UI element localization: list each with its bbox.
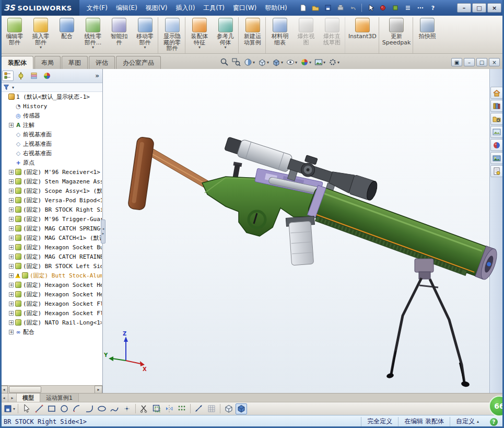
ribbon-button[interactable]: 插入零 部件 ▾ [28,17,54,53]
design-library-icon[interactable] [490,100,503,112]
tree-item[interactable]: + (固定) MAG CATCH<1> (默认 [0,233,102,242]
study-tab[interactable]: 运动算例1 [40,394,79,402]
expander-icon[interactable]: + [9,320,14,325]
ribbon-button[interactable]: 智能扣 件 ▾ [106,17,132,53]
ribbon-button[interactable]: 配合 ▾ [54,17,80,53]
tree-item[interactable]: + 配合 [0,327,102,337]
spline-icon[interactable] [109,403,120,414]
new-document-icon[interactable] [298,3,308,13]
expander-icon[interactable]: + [9,311,14,316]
expander-icon[interactable]: + [9,302,14,306]
doc-minimize-button[interactable]: – [464,58,475,66]
expander-icon[interactable]: + [9,198,14,203]
command-tab[interactable]: 办公室产品 [116,56,161,69]
section-view-icon[interactable]: ▾ [243,57,255,67]
filter-dropdown-icon[interactable]: ▾ [12,85,14,90]
resources-icon[interactable] [490,87,503,99]
smart-dimension-icon[interactable] [193,403,205,414]
expander-icon[interactable]: + [9,170,14,175]
expander-icon[interactable]: + [9,283,14,287]
ellipse-icon[interactable] [96,403,108,414]
tree-item[interactable]: + (固定) NATO Rail-Long<1> [0,318,102,327]
line-icon[interactable] [33,403,45,414]
tree-root-row[interactable]: + 1 (默认<默认_显示状态-1> [0,92,102,101]
menu-item[interactable]: 窗口(W) [229,0,261,16]
ribbon-button[interactable]: 更新 Speedpak ▾ [380,17,414,53]
shaded-view-icon[interactable] [236,403,247,414]
record-icon[interactable] [378,3,388,13]
ribbon-button[interactable]: 爆炸视 图 ▾ [293,17,319,53]
arc-icon[interactable] [71,403,83,414]
tree-item[interactable]: + (固定) M'96 Receiver<1> ( [0,167,102,177]
customize-menu[interactable]: 自定义 ▴ [450,417,485,426]
print-icon[interactable] [335,3,346,13]
command-tab[interactable]: 布局 [34,56,61,69]
expander-icon[interactable]: + [9,207,14,212]
ribbon-button[interactable]: 新建运 动算例 ▾ [240,17,266,53]
zoom-fit-icon[interactable] [219,57,229,67]
expander-icon[interactable]: + [9,179,14,184]
expander-icon[interactable]: + [9,264,14,269]
tree-item[interactable]: + (固定) Butt Stock-Alumi [0,271,102,280]
file-explorer-icon[interactable] [490,113,503,125]
expander-icon[interactable]: + [9,189,14,193]
tree-item[interactable]: + (固定) Hexagon Socket Fla [0,308,102,318]
command-tab[interactable]: 评估 [89,56,115,69]
tree-item[interactable]: + (固定) Hexagon Socket But [0,242,102,252]
study-tab[interactable]: 模型 [17,394,40,402]
expander-icon[interactable]: + [9,226,14,231]
tree-item[interactable]: + 注解 [0,120,102,130]
tree-item[interactable]: + (固定) Sten Magazene Assy [0,177,102,186]
tree-item[interactable]: + (固定) BR STOCK Left Side [0,261,102,271]
maximize-button[interactable]: □ [472,3,486,13]
doc-close-button[interactable]: × [489,58,500,66]
circle-icon[interactable] [58,403,70,414]
doc-maximize-button[interactable]: □ [476,58,487,66]
dropdown-arrow-icon[interactable]: ▾ [13,407,15,411]
component-icon[interactable] [390,3,401,13]
tree-item[interactable]: + (固定) MAG CATCH SPRING<1 [0,224,102,233]
hide-show-items-icon[interactable]: ▾ [286,57,297,67]
ribbon-button[interactable]: 装配体 特征 ▾ [186,17,213,53]
tangent-arc-icon[interactable] [84,403,95,414]
command-tab[interactable]: 草图 [62,56,88,69]
scenes-icon[interactable] [490,152,503,164]
tree-item[interactable]: + (固定) MAG CATCH RETAINER [0,252,102,261]
ribbon-button[interactable]: 移动零 部件 ▾ [132,17,158,53]
ribbon-button[interactable]: Instant3D ▾ [346,17,379,53]
configuration-manager-icon[interactable] [28,71,40,81]
help-status-icon[interactable]: ? [490,418,498,426]
mirror-icon[interactable] [163,403,175,414]
minimize-button[interactable]: – [457,3,471,13]
ribbon-button[interactable]: 材料明 细表 ▾ [267,17,293,53]
tree-item[interactable]: + (固定) M'96 Trigger-Guard [0,214,102,224]
view-palette-icon[interactable] [490,126,503,138]
tree-item[interactable]: + History [0,101,102,111]
close-button[interactable]: × [487,3,501,13]
tree-item[interactable]: + 原点 [0,158,102,167]
custom-properties-icon[interactable] [490,165,503,177]
convert-entities-icon[interactable] [151,403,162,414]
display-style-icon[interactable]: ▾ [272,57,283,67]
tree-item[interactable]: + (固定) BR STOCK Right Sid [0,205,102,214]
appearances-icon[interactable] [490,139,503,151]
help-icon[interactable]: ? [428,3,438,13]
menu-item[interactable]: 插入(I) [171,0,199,16]
apply-scene-icon[interactable]: ▾ [314,57,325,67]
panel-horizontal-scrollbar[interactable]: ◂ ▸ [0,385,102,393]
save-icon[interactable] [2,403,14,414]
feature-manager-icon[interactable] [2,71,14,81]
ribbon-button[interactable]: 爆炸直 线草图 ▾ [319,17,345,53]
scroll-left-icon[interactable]: ◂ [0,386,8,394]
ribbon-button[interactable]: 编辑零 部件 ▾ [2,17,28,53]
expander-icon[interactable]: + [9,292,14,297]
undo-icon[interactable] [348,3,358,13]
view-settings-icon[interactable]: ▾ [328,57,339,67]
tree-filter-bar[interactable]: ▾ [0,83,102,92]
list-icon[interactable] [403,3,413,13]
graphics-area[interactable] [103,69,489,393]
panel-splitter[interactable]: ◂ ▸ [101,219,106,244]
zoom-area-icon[interactable] [231,57,241,67]
tab-scroll-left-icon[interactable]: ◂ [0,394,8,402]
tab-scroll-right-icon[interactable]: ▸ [8,394,17,402]
